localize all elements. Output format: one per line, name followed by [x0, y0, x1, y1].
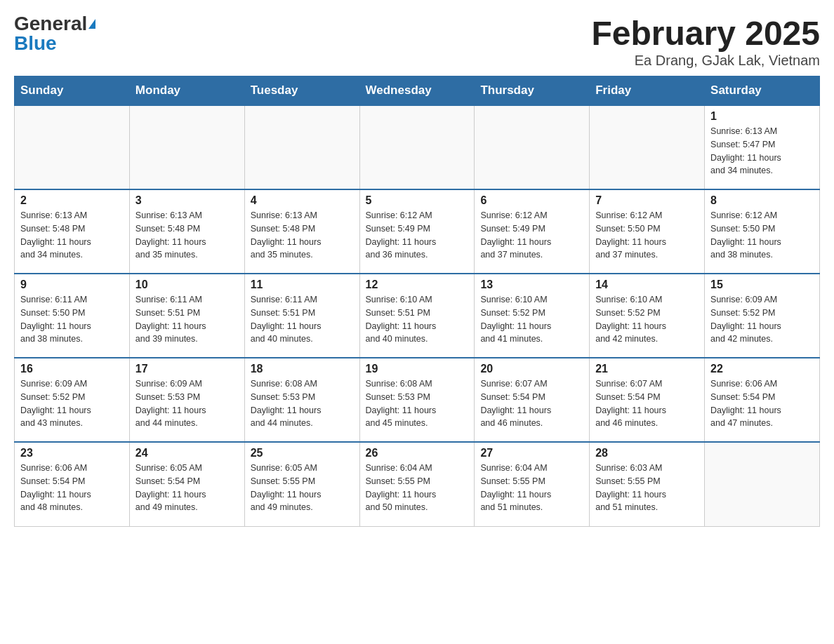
day-info: Sunrise: 6:13 AMSunset: 5:48 PMDaylight:…: [20, 209, 124, 262]
weekday-header-row: SundayMondayTuesdayWednesdayThursdayFrid…: [15, 76, 820, 106]
calendar-cell: 22Sunrise: 6:06 AMSunset: 5:54 PMDayligh…: [705, 358, 820, 442]
calendar-cell: [129, 105, 244, 189]
calendar-cell: 19Sunrise: 6:08 AMSunset: 5:53 PMDayligh…: [359, 358, 475, 442]
day-number: 19: [366, 363, 469, 375]
weekday-header-sunday: Sunday: [15, 76, 130, 106]
month-title: February 2025: [591, 14, 820, 53]
day-number: 17: [135, 363, 239, 375]
day-number: 5: [366, 194, 469, 207]
day-number: 4: [251, 194, 354, 207]
calendar-cell: 16Sunrise: 6:09 AMSunset: 5:52 PMDayligh…: [15, 358, 130, 442]
day-number: 12: [366, 279, 469, 291]
calendar-cell: 17Sunrise: 6:09 AMSunset: 5:53 PMDayligh…: [129, 358, 244, 442]
day-info: Sunrise: 6:11 AMSunset: 5:50 PMDaylight:…: [20, 293, 124, 346]
day-number: 10: [135, 279, 239, 291]
day-number: 2: [20, 194, 124, 207]
day-number: 13: [480, 279, 583, 291]
calendar-cell: 25Sunrise: 6:05 AMSunset: 5:55 PMDayligh…: [244, 442, 359, 526]
day-info: Sunrise: 6:09 AMSunset: 5:53 PMDaylight:…: [135, 377, 239, 430]
day-number: 7: [595, 194, 699, 207]
location: Ea Drang, GJak Lak, Vietnam: [591, 53, 820, 69]
logo: General Blue: [14, 14, 95, 53]
day-info: Sunrise: 6:12 AMSunset: 5:50 PMDaylight:…: [710, 209, 814, 262]
day-number: 27: [480, 447, 583, 459]
calendar-cell: 18Sunrise: 6:08 AMSunset: 5:53 PMDayligh…: [244, 358, 359, 442]
day-number: 23: [20, 447, 124, 459]
weekday-header-friday: Friday: [590, 76, 705, 106]
calendar-cell: [475, 105, 590, 189]
day-info: Sunrise: 6:05 AMSunset: 5:55 PMDaylight:…: [251, 462, 354, 514]
day-info: Sunrise: 6:09 AMSunset: 5:52 PMDaylight:…: [710, 293, 814, 346]
page-header: General Blue February 2025 Ea Drang, GJa…: [14, 14, 820, 69]
day-info: Sunrise: 6:03 AMSunset: 5:55 PMDaylight:…: [595, 462, 699, 514]
day-info: Sunrise: 6:11 AMSunset: 5:51 PMDaylight:…: [135, 293, 239, 346]
day-info: Sunrise: 6:12 AMSunset: 5:50 PMDaylight:…: [595, 209, 699, 262]
logo-general-text: General: [14, 14, 87, 34]
title-block: February 2025 Ea Drang, GJak Lak, Vietna…: [591, 14, 820, 69]
week-row-4: 16Sunrise: 6:09 AMSunset: 5:52 PMDayligh…: [15, 358, 820, 442]
day-number: 21: [595, 363, 699, 375]
day-number: 9: [20, 279, 124, 291]
calendar-cell: 8Sunrise: 6:12 AMSunset: 5:50 PMDaylight…: [705, 189, 820, 274]
week-row-1: 1Sunrise: 6:13 AMSunset: 5:47 PMDaylight…: [15, 105, 820, 189]
day-info: Sunrise: 6:10 AMSunset: 5:52 PMDaylight:…: [595, 293, 699, 346]
weekday-header-saturday: Saturday: [705, 76, 820, 106]
calendar-cell: 3Sunrise: 6:13 AMSunset: 5:48 PMDaylight…: [129, 189, 244, 274]
day-number: 24: [135, 447, 239, 459]
calendar-cell: 6Sunrise: 6:12 AMSunset: 5:49 PMDaylight…: [475, 189, 590, 274]
day-number: 20: [480, 363, 583, 375]
day-info: Sunrise: 6:13 AMSunset: 5:48 PMDaylight:…: [251, 209, 354, 262]
day-info: Sunrise: 6:06 AMSunset: 5:54 PMDaylight:…: [20, 462, 124, 514]
day-info: Sunrise: 6:04 AMSunset: 5:55 PMDaylight:…: [366, 462, 469, 514]
calendar-cell: 4Sunrise: 6:13 AMSunset: 5:48 PMDaylight…: [244, 189, 359, 274]
day-info: Sunrise: 6:05 AMSunset: 5:54 PMDaylight:…: [135, 462, 239, 514]
day-info: Sunrise: 6:13 AMSunset: 5:47 PMDaylight:…: [710, 125, 814, 177]
day-info: Sunrise: 6:10 AMSunset: 5:52 PMDaylight:…: [480, 293, 583, 346]
day-info: Sunrise: 6:10 AMSunset: 5:51 PMDaylight:…: [366, 293, 469, 346]
logo-blue-text: Blue: [14, 34, 57, 53]
calendar-cell: [244, 105, 359, 189]
day-info: Sunrise: 6:06 AMSunset: 5:54 PMDaylight:…: [710, 377, 814, 430]
day-number: 1: [710, 110, 814, 123]
weekday-header-monday: Monday: [129, 76, 244, 106]
day-number: 6: [480, 194, 583, 207]
day-number: 18: [251, 363, 354, 375]
calendar-cell: 24Sunrise: 6:05 AMSunset: 5:54 PMDayligh…: [129, 442, 244, 526]
day-number: 26: [366, 447, 469, 459]
week-row-2: 2Sunrise: 6:13 AMSunset: 5:48 PMDaylight…: [15, 189, 820, 274]
week-row-5: 23Sunrise: 6:06 AMSunset: 5:54 PMDayligh…: [15, 442, 820, 526]
day-number: 11: [251, 279, 354, 291]
day-info: Sunrise: 6:08 AMSunset: 5:53 PMDaylight:…: [251, 377, 354, 430]
day-number: 22: [710, 363, 814, 375]
calendar-cell: [15, 105, 130, 189]
calendar-cell: 21Sunrise: 6:07 AMSunset: 5:54 PMDayligh…: [590, 358, 705, 442]
day-info: Sunrise: 6:09 AMSunset: 5:52 PMDaylight:…: [20, 377, 124, 430]
day-number: 8: [710, 194, 814, 207]
calendar-cell: 9Sunrise: 6:11 AMSunset: 5:50 PMDaylight…: [15, 274, 130, 358]
day-number: 15: [710, 279, 814, 291]
calendar-cell: 1Sunrise: 6:13 AMSunset: 5:47 PMDaylight…: [705, 105, 820, 189]
calendar-cell: [359, 105, 475, 189]
calendar-table: SundayMondayTuesdayWednesdayThursdayFrid…: [14, 76, 820, 527]
day-info: Sunrise: 6:08 AMSunset: 5:53 PMDaylight:…: [366, 377, 469, 430]
calendar-cell: [590, 105, 705, 189]
week-row-3: 9Sunrise: 6:11 AMSunset: 5:50 PMDaylight…: [15, 274, 820, 358]
day-info: Sunrise: 6:12 AMSunset: 5:49 PMDaylight:…: [480, 209, 583, 262]
day-info: Sunrise: 6:13 AMSunset: 5:48 PMDaylight:…: [135, 209, 239, 262]
calendar-cell: 23Sunrise: 6:06 AMSunset: 5:54 PMDayligh…: [15, 442, 130, 526]
weekday-header-wednesday: Wednesday: [359, 76, 475, 106]
calendar-cell: 26Sunrise: 6:04 AMSunset: 5:55 PMDayligh…: [359, 442, 475, 526]
day-number: 16: [20, 363, 124, 375]
calendar-cell: [705, 442, 820, 526]
logo-triangle-icon: [88, 19, 95, 29]
calendar-cell: 14Sunrise: 6:10 AMSunset: 5:52 PMDayligh…: [590, 274, 705, 358]
day-info: Sunrise: 6:07 AMSunset: 5:54 PMDaylight:…: [595, 377, 699, 430]
calendar-cell: 10Sunrise: 6:11 AMSunset: 5:51 PMDayligh…: [129, 274, 244, 358]
calendar-cell: 20Sunrise: 6:07 AMSunset: 5:54 PMDayligh…: [475, 358, 590, 442]
calendar-cell: 12Sunrise: 6:10 AMSunset: 5:51 PMDayligh…: [359, 274, 475, 358]
weekday-header-thursday: Thursday: [475, 76, 590, 106]
day-number: 14: [595, 279, 699, 291]
calendar-cell: 7Sunrise: 6:12 AMSunset: 5:50 PMDaylight…: [590, 189, 705, 274]
calendar-cell: 11Sunrise: 6:11 AMSunset: 5:51 PMDayligh…: [244, 274, 359, 358]
calendar-cell: 5Sunrise: 6:12 AMSunset: 5:49 PMDaylight…: [359, 189, 475, 274]
